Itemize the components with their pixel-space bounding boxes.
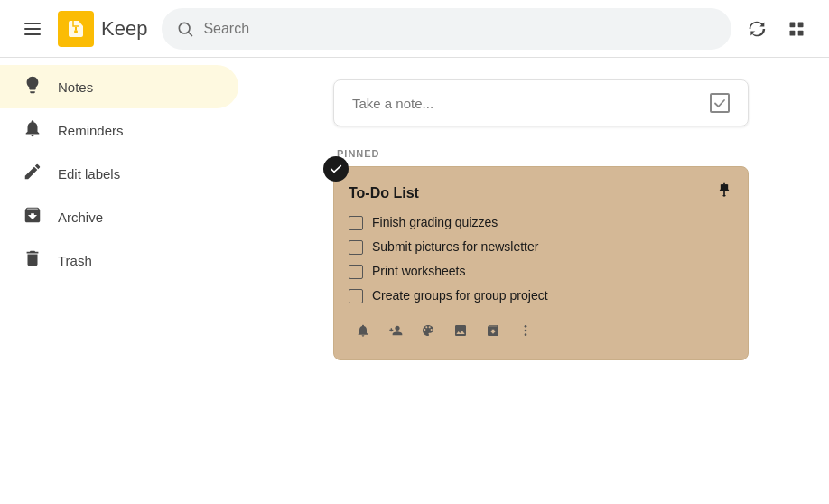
header-actions [739, 11, 815, 47]
collaborator-button[interactable] [381, 316, 410, 345]
svg-rect-1 [24, 28, 41, 30]
checklist-item-text-3: Create groups for group project [372, 288, 548, 303]
checklist-item-text-0: Finish grading quizzes [372, 215, 498, 229]
sidebar-item-edit-labels[interactable]: Edit labels [0, 152, 238, 195]
selection-check-badge [323, 156, 349, 182]
sidebar: Notes Reminders Edit labels [0, 58, 253, 504]
svg-point-12 [525, 330, 527, 332]
app-header: Keep [0, 0, 829, 58]
note-title: To-Do List [349, 185, 419, 201]
trash-icon [22, 248, 43, 273]
note-card-header: To-Do List [349, 182, 733, 204]
note-footer [349, 316, 733, 345]
sidebar-item-trash[interactable]: Trash [0, 238, 238, 282]
logo-icon [58, 11, 94, 47]
archive-small-icon [486, 323, 500, 338]
search-bar[interactable] [162, 8, 731, 50]
sidebar-item-archive[interactable]: Archive [0, 195, 238, 238]
checklist-item: Submit pictures for newsletter [349, 239, 733, 255]
app-body: Notes Reminders Edit labels [0, 58, 829, 504]
sidebar-edit-labels-label: Edit labels [58, 166, 120, 182]
palette-button[interactable] [414, 316, 442, 345]
checklist-item-text-2: Print worksheets [372, 264, 465, 278]
sidebar-item-notes[interactable]: Notes [0, 65, 238, 108]
image-icon [453, 323, 468, 338]
svg-rect-4 [75, 27, 77, 30]
hamburger-icon [24, 23, 41, 35]
sidebar-trash-label: Trash [58, 253, 92, 268]
layout-button[interactable] [778, 11, 815, 47]
checklist-items: Finish grading quizzes Submit pictures f… [349, 215, 733, 303]
bell-icon [22, 118, 43, 143]
notes-grid: To-Do List Finish grading quizzes [333, 166, 749, 360]
remind-button[interactable] [349, 316, 377, 345]
person-add-icon [388, 323, 403, 338]
svg-rect-10 [723, 191, 725, 195]
take-note-bar[interactable]: Take a note... [333, 79, 749, 126]
pencil-icon [22, 162, 43, 186]
checkbox-0[interactable] [349, 216, 363, 230]
checklist-item: Print worksheets [349, 264, 733, 279]
search-icon [176, 20, 194, 38]
svg-rect-7 [798, 22, 804, 27]
more-button[interactable] [511, 316, 540, 345]
take-note-placeholder: Take a note... [352, 96, 433, 111]
logo-link[interactable]: Keep [58, 11, 147, 47]
image-button[interactable] [446, 316, 475, 345]
svg-rect-6 [790, 22, 796, 27]
app-title: Keep [101, 17, 147, 41]
sidebar-reminders-label: Reminders [58, 123, 124, 138]
checklist-icon [710, 93, 730, 113]
archive-icon [22, 205, 43, 229]
checklist-item: Create groups for group project [349, 288, 733, 303]
refresh-icon [748, 20, 766, 38]
note-card[interactable]: To-Do List Finish grading quizzes [333, 166, 749, 360]
svg-rect-8 [790, 30, 796, 35]
svg-point-13 [525, 333, 527, 336]
svg-point-11 [525, 325, 527, 328]
checkbox-1[interactable] [349, 240, 363, 255]
search-input[interactable] [203, 21, 717, 37]
svg-rect-9 [798, 30, 804, 35]
main-content: Take a note... PINNED To-D [253, 58, 829, 504]
svg-rect-2 [24, 33, 41, 35]
refresh-button[interactable] [739, 11, 775, 47]
archive-note-button[interactable] [479, 316, 508, 345]
checklist-item: Finish grading quizzes [349, 215, 733, 230]
palette-icon [421, 323, 435, 338]
sidebar-notes-label: Notes [58, 79, 93, 95]
checkbox-3[interactable] [349, 289, 363, 303]
checklist-item-text-1: Submit pictures for newsletter [372, 239, 538, 254]
svg-rect-0 [24, 23, 41, 24]
menu-button[interactable] [14, 11, 51, 47]
svg-point-3 [74, 30, 78, 33]
bell-small-icon [356, 323, 370, 338]
more-vert-icon [518, 323, 533, 338]
lightbulb-icon [22, 75, 43, 99]
pinned-section-label: PINNED [333, 148, 749, 159]
layout-icon [787, 20, 806, 38]
sidebar-archive-label: Archive [58, 210, 103, 225]
checkbox-2[interactable] [349, 265, 363, 279]
sidebar-item-reminders[interactable]: Reminders [0, 108, 238, 152]
pin-icon[interactable] [715, 182, 733, 204]
